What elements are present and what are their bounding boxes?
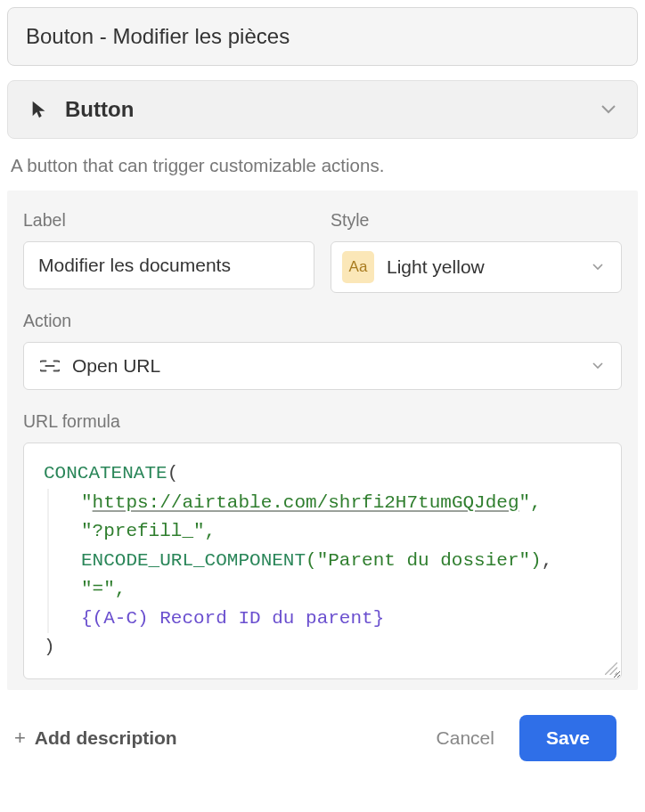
resize-handle-icon[interactable] xyxy=(605,662,617,675)
formula-close-paren: ) xyxy=(44,637,55,657)
style-swatch-icon: Aa xyxy=(342,251,374,283)
button-config-section: Label Style Aa Light yellow Action xyxy=(7,191,638,690)
formula-comma: , xyxy=(542,550,553,571)
save-button[interactable]: Save xyxy=(519,715,616,761)
cancel-button[interactable]: Cancel xyxy=(437,727,494,749)
open-url-icon xyxy=(40,359,60,373)
formula-str: "=", xyxy=(81,579,126,599)
add-description-button[interactable]: + Add description xyxy=(14,727,177,750)
field-type-selector[interactable]: Button xyxy=(7,80,638,139)
action-section-title: Action xyxy=(23,311,622,331)
chevron-down-icon xyxy=(592,264,603,271)
plus-icon: + xyxy=(14,727,26,750)
formula-str: " xyxy=(81,492,93,513)
url-formula-title: URL formula xyxy=(23,411,622,432)
formula-open-paren: ( xyxy=(167,463,179,483)
formula-url: https://airtable.com/shrfi2H7tumGQJdeg xyxy=(93,492,519,513)
button-style-select[interactable]: Aa Light yellow xyxy=(331,241,622,293)
add-description-label: Add description xyxy=(35,727,177,749)
formula-field-ref: {(A-C) Record ID du parent} xyxy=(81,608,384,629)
field-type-label: Button xyxy=(65,97,134,122)
action-select[interactable]: Open URL xyxy=(23,342,622,390)
style-value-label: Light yellow xyxy=(387,256,485,278)
cursor-click-icon xyxy=(29,100,49,119)
formula-str: ", xyxy=(519,492,542,513)
formula-str: ("Parent du dossier") xyxy=(306,550,542,571)
label-section-title: Label xyxy=(23,210,314,231)
chevron-down-icon xyxy=(601,105,616,114)
formula-fn: ENCODE_URL_COMPONENT xyxy=(81,550,306,571)
url-formula-editor[interactable]: CONCATENATE( "https://airtable.com/shrfi… xyxy=(23,443,622,679)
formula-fn: CONCATENATE xyxy=(44,463,167,483)
chevron-down-icon xyxy=(592,362,603,369)
button-label-input[interactable] xyxy=(23,241,314,289)
field-name-input[interactable] xyxy=(7,7,638,66)
footer: + Add description Cancel Save xyxy=(7,690,638,770)
action-value-label: Open URL xyxy=(72,355,160,377)
field-type-description: A button that can trigger customizable a… xyxy=(7,139,638,191)
formula-str: "?prefill_", xyxy=(81,521,216,541)
style-section-title: Style xyxy=(331,210,622,231)
